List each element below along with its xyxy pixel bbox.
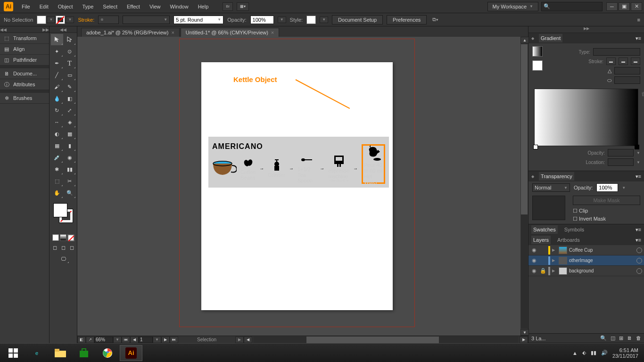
tab-symbols[interactable]: Symbols: [562, 225, 586, 234]
panel-menu-icon[interactable]: ▾≡: [636, 237, 641, 243]
draw-normal[interactable]: ◻: [51, 244, 58, 251]
expand-icon[interactable]: ◆: [531, 36, 534, 41]
make-clip-icon[interactable]: ◫: [611, 335, 615, 341]
close-icon[interactable]: ×: [271, 30, 274, 35]
new-layer-icon[interactable]: 🗎: [627, 335, 632, 341]
layer-row-2[interactable]: ◉ ▶ otherImage: [528, 255, 644, 266]
taskbar-chrome[interactable]: [96, 345, 119, 361]
fill-swatch[interactable]: [37, 16, 46, 24]
lasso-tool[interactable]: ⊙: [64, 46, 76, 57]
stroke-grad-3[interactable]: ▬: [631, 58, 640, 65]
layer-row-3[interactable]: ◉🔒 ▶ background: [528, 266, 644, 276]
style-dropdown[interactable]: ▼: [320, 16, 328, 23]
menu-type[interactable]: Type: [78, 0, 99, 13]
zoom-dropdown[interactable]: ▼: [113, 337, 122, 343]
stroke-grad-1[interactable]: ▬: [606, 58, 616, 65]
fill-color[interactable]: [53, 203, 67, 217]
network-icon[interactable]: ▮▮: [591, 350, 596, 356]
volume-icon[interactable]: 🔊: [601, 350, 608, 356]
selection-tool[interactable]: [51, 34, 63, 45]
doc-tab-2[interactable]: Untitled-1* @ 66% (CMYK/Preview)×: [181, 28, 279, 37]
symbol-sprayer-tool[interactable]: ✱: [51, 164, 63, 175]
preferences-button[interactable]: Preferences: [387, 15, 427, 25]
panel-menu-icon[interactable]: ▾≡: [636, 227, 641, 233]
gradient-preview[interactable]: [532, 46, 543, 57]
menu-file[interactable]: File: [17, 0, 35, 13]
rectangle-tool[interactable]: ▭: [64, 69, 76, 81]
width-tool[interactable]: ↔: [51, 116, 63, 128]
color-mode[interactable]: [52, 234, 59, 241]
search-input[interactable]: 🔍: [541, 2, 603, 11]
trash-icon[interactable]: 🗑: [641, 91, 644, 97]
menu-help[interactable]: Help: [193, 0, 214, 13]
panel-menu-icon[interactable]: ▾≡: [636, 173, 641, 180]
fill-stroke-control[interactable]: ◻ ◻ ◻ 🖵: [49, 199, 77, 265]
gradient-angle[interactable]: [614, 67, 640, 74]
workspace-switcher[interactable]: My Workspace ▼: [487, 2, 538, 11]
right-collapse-toggle[interactable]: ▶▶: [528, 26, 644, 33]
menu-view[interactable]: View: [145, 0, 165, 13]
visibility-toggle[interactable]: ◉: [530, 257, 538, 263]
tab-swatches[interactable]: Swatches: [531, 225, 558, 234]
panel-collapse-toggle[interactable]: ◀◀▶▶: [0, 26, 49, 33]
taskbar-ie[interactable]: e: [25, 345, 48, 361]
tray-expand-icon[interactable]: ▲: [572, 350, 578, 356]
none-mode[interactable]: [67, 234, 74, 241]
gradient-type-dropdown[interactable]: [593, 48, 640, 56]
artboard-last[interactable]: ⏭: [170, 337, 178, 343]
artboard-tool[interactable]: ⬚: [51, 175, 63, 187]
gradient-aspect[interactable]: [614, 76, 640, 84]
tab-gradient[interactable]: Gradient: [539, 34, 562, 42]
panel-document-info[interactable]: 🗎Docume...: [0, 68, 49, 79]
dropbox-icon[interactable]: ⬖: [582, 350, 586, 356]
expand-toggle[interactable]: ▶: [552, 258, 557, 263]
gradient-ramp[interactable]: 🗑: [534, 89, 638, 146]
menu-effect[interactable]: Effect: [122, 0, 145, 13]
artboard-next[interactable]: ▶: [161, 337, 170, 343]
restore-button[interactable]: ▣: [619, 2, 630, 11]
blend-tool[interactable]: ◉: [64, 152, 76, 163]
panel-brushes[interactable]: ✲Brushes: [0, 93, 49, 104]
brush-def-dropdown[interactable]: 5 pt. Round▼: [173, 16, 223, 24]
new-sublayer-icon[interactable]: ⊞: [619, 335, 623, 341]
menu-select[interactable]: Select: [98, 0, 122, 13]
gpu-icon[interactable]: ◧: [77, 337, 86, 343]
locate-layer-icon[interactable]: 🔍: [600, 335, 607, 341]
expand-toggle[interactable]: ▶: [552, 248, 557, 252]
bridge-icon[interactable]: Br: [223, 2, 233, 11]
blob-brush-tool[interactable]: 💧: [51, 93, 63, 104]
clip-checkbox[interactable]: ☐: [573, 208, 578, 214]
layer-row-1[interactable]: ◉ ▶ Coffee Cup: [528, 245, 644, 255]
toolbox-collapse[interactable]: ◀◀: [50, 26, 77, 33]
zoom-tool[interactable]: 🔍: [64, 187, 76, 198]
controlbar-menu-icon[interactable]: ≡: [637, 17, 640, 23]
gradient-tool[interactable]: ▮: [64, 140, 76, 151]
hand-tool[interactable]: ✋: [51, 187, 63, 198]
draw-inside[interactable]: ◻: [68, 244, 75, 251]
column-graph-tool[interactable]: ▮▮: [64, 164, 76, 175]
target-icon[interactable]: [636, 258, 642, 263]
gradient-mode[interactable]: [60, 234, 66, 241]
close-button[interactable]: ✕: [631, 2, 642, 11]
panel-transform[interactable]: ⬚Transform: [0, 33, 49, 44]
tab-transparency[interactable]: Transparency: [539, 172, 574, 181]
panel-align[interactable]: ▤Align: [0, 44, 49, 55]
free-transform-tool[interactable]: ◈: [64, 116, 76, 128]
status-menu[interactable]: ▶: [235, 337, 244, 343]
lock-toggle[interactable]: 🔒: [540, 268, 546, 274]
perspective-grid-tool[interactable]: ▩: [64, 128, 76, 140]
screen-mode[interactable]: 🖵: [57, 254, 69, 263]
invert-mask-checkbox[interactable]: ☐: [573, 216, 578, 222]
scroll-left[interactable]: ◀: [244, 337, 252, 343]
expand-toggle[interactable]: ▶: [552, 269, 557, 273]
align-to-icon[interactable]: ⧉▾: [430, 16, 440, 23]
line-tool[interactable]: ╱: [51, 69, 63, 81]
shape-builder-tool[interactable]: ◐: [51, 128, 63, 140]
transparency-preview[interactable]: [532, 196, 565, 220]
visibility-toggle[interactable]: ◉: [530, 247, 538, 253]
stroke-weight-input[interactable]: ≑: [98, 16, 119, 24]
start-button[interactable]: [2, 345, 25, 361]
artboard-dropdown[interactable]: ▼: [153, 337, 161, 343]
taskbar-store[interactable]: [73, 345, 95, 361]
pencil-tool[interactable]: ✎: [64, 81, 76, 92]
